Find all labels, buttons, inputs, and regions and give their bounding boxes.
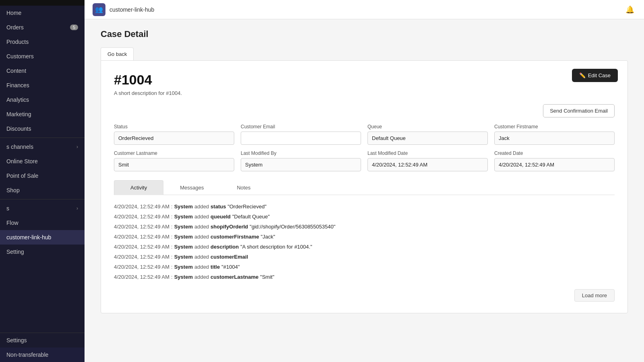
activity-field: status [211,204,226,210]
tab-messages[interactable]: Messages [163,180,220,195]
sidebar-item-online-store[interactable]: Online Store [0,154,85,169]
activity-separator: : [171,254,173,260]
sidebar-item-finances[interactable]: Finances [0,78,85,93]
send-confirmation-email-button[interactable]: Send Confirmation Email [543,104,615,117]
activity-field: shopifyOrderId [211,224,248,230]
sidebar-item-label: Shop [6,187,20,193]
customer-firstname-input[interactable] [494,132,615,145]
brand-icon-glyph: 👥 [95,6,103,13]
activity-value: "#1004" [221,264,239,270]
activity-timestamp: 4/20/2024, 12:52:49 AM [114,214,169,220]
sidebar-item-label: Finances [6,82,29,88]
activity-verb: added [194,254,209,260]
customer-lastname-label: Customer Lastname [114,150,234,156]
activity-timestamp: 4/20/2024, 12:52:49 AM [114,264,169,270]
activity-timestamp: 4/20/2024, 12:52:49 AM [114,274,169,280]
sidebar-item-settings[interactable]: Settings [0,333,85,348]
case-id: #1004 [114,72,615,88]
field-queue: Queue [367,124,488,145]
activity-separator: : [171,214,173,220]
activity-field: customerLastname [211,274,258,280]
notification-button[interactable]: 🔔 [624,4,636,16]
topbar-right: 🔔 [624,4,636,16]
activity-actor: System [174,264,193,270]
sidebar-item-label: Analytics [6,97,29,103]
activity-field: customerEmail [211,254,248,260]
sidebar-item-flow[interactable]: Flow [0,216,85,230]
sidebar-item-content[interactable]: Content [0,64,85,78]
status-input[interactable] [114,132,234,145]
activity-value: "A short description for #1004." [240,244,312,250]
activity-timestamp: 4/20/2024, 12:52:49 AM [114,254,169,260]
sidebar-item-label: Orders [6,24,24,31]
activity-actor: System [174,244,193,250]
activity-value: "gid://shopify/Order/5630855053540" [250,224,335,230]
customer-lastname-input[interactable] [114,158,234,171]
activity-actor: System [174,254,193,260]
sidebar-item-discounts[interactable]: Discounts [0,121,85,136]
case-description: A short description for #1004. [114,90,615,96]
customer-email-label: Customer Email [241,124,361,130]
orders-badge: 5 [70,25,78,30]
sidebar-channels-label: s channels [6,144,33,150]
pencil-icon: ✏️ [579,72,586,78]
activity-actor: System [174,224,193,230]
sidebar-item-shop[interactable]: Shop [0,183,85,197]
sidebar-channels-group[interactable]: s channels › [0,140,85,154]
activity-timestamp: 4/20/2024, 12:52:49 AM [114,224,169,230]
sidebar-item-products[interactable]: Products [0,35,85,49]
go-back-button[interactable]: Go back [101,47,134,60]
activity-row: 4/20/2024, 12:52:49 AM : System added ti… [114,262,615,272]
sidebar-item-label: Content [6,68,26,74]
sidebar-item-orders[interactable]: Orders 5 [0,20,85,35]
sidebar-item-label: Customers [6,53,34,60]
notification-icon: 🔔 [625,6,634,14]
load-more-button[interactable]: Load more [574,289,615,302]
activity-value: "Jack" [261,234,275,240]
activity-field: description [211,244,239,250]
activity-actor: System [174,274,193,280]
sidebar-item-label: Products [6,39,29,45]
queue-input[interactable] [367,132,488,145]
activity-actor: System [174,214,193,220]
sidebar-item-analytics[interactable]: Analytics [0,93,85,107]
sidebar-item-label: Online Store [6,158,38,165]
sidebar-item-marketing[interactable]: Marketing [0,107,85,121]
created-date-label: Created Date [494,150,615,156]
created-date-input[interactable] [494,158,615,171]
sidebar-item-non-transferable[interactable]: Non-transferable [0,348,85,362]
activity-verb: added [194,214,209,220]
brand-icon: 👥 [93,3,105,16]
sidebar-item-point-of-sale[interactable]: Point of Sale [0,169,85,183]
activity-row: 4/20/2024, 12:52:49 AM : System added cu… [114,272,615,282]
activity-row: 4/20/2024, 12:52:49 AM : System added cu… [114,252,615,262]
activity-timestamp: 4/20/2024, 12:52:49 AM [114,244,169,250]
activity-separator: : [171,244,173,250]
main-area: 👥 customer-link-hub 🔔 Case Detail Go bac… [85,0,644,362]
edit-case-button[interactable]: ✏️ Edit Case [572,69,618,82]
activity-verb: added [194,274,209,280]
sidebar-apps-group[interactable]: s › [0,201,85,216]
topbar: 👥 customer-link-hub 🔔 [85,0,644,19]
last-modified-by-label: Last Modified By [241,150,361,156]
activity-verb: added [194,224,209,230]
activity-actor: System [174,234,193,240]
activity-separator: : [171,274,173,280]
last-modified-date-input[interactable] [367,158,488,171]
sidebar-item-customers[interactable]: Customers [0,49,85,64]
sidebar-item-customer-link-hub[interactable]: customer-link-hub [0,230,85,245]
customer-email-input[interactable] [241,132,361,145]
activity-separator: : [171,264,173,270]
last-modified-by-input[interactable] [241,158,361,171]
tab-activity[interactable]: Activity [114,180,163,195]
sidebar-item-label: customer-link-hub [6,234,51,241]
sidebar-item-setting[interactable]: Setting [0,245,85,259]
field-last-modified-date: Last Modified Date [367,150,488,171]
chevron-right-icon: › [76,206,78,211]
tab-notes[interactable]: Notes [220,180,267,195]
sidebar-item-home[interactable]: Home [0,6,85,20]
activity-row: 4/20/2024, 12:52:49 AM : System added st… [114,202,615,212]
activity-separator: : [171,204,173,210]
chevron-right-icon: › [76,144,78,150]
fields-grid: Status Customer Email Queue Customer Fir… [114,124,615,171]
